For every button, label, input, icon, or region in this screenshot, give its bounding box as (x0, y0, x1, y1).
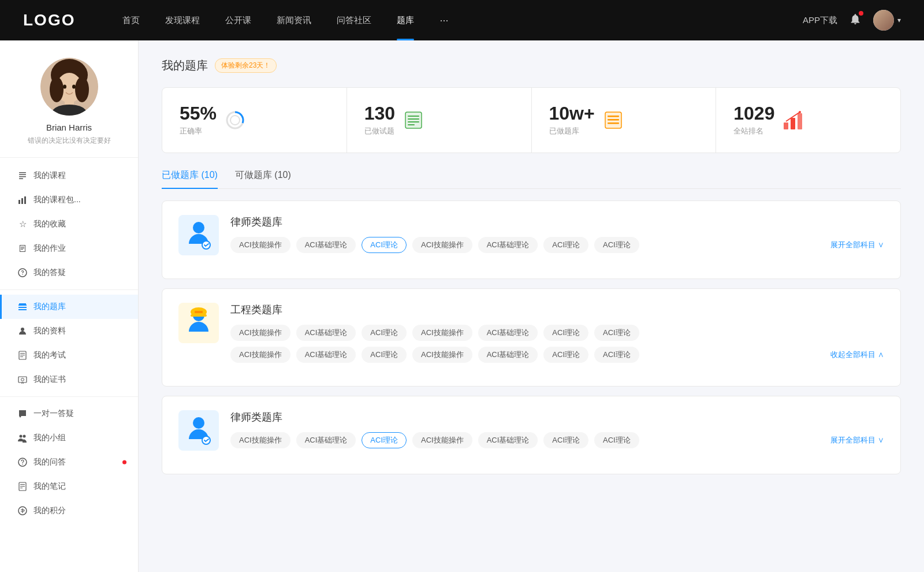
tag-active[interactable]: ACI理论 (362, 432, 407, 448)
tag[interactable]: ACI理论 (543, 432, 588, 448)
tag[interactable]: ACI技能操作 (230, 325, 290, 341)
tag[interactable]: ACI基础理论 (296, 325, 356, 341)
sidebar-item-label: 我的问答 (33, 457, 66, 467)
tag[interactable]: ACI理论 (543, 325, 588, 341)
tag[interactable]: ACI基础理论 (296, 432, 356, 448)
expand-link-3[interactable]: 展开全部科目 ∨ (830, 435, 884, 445)
svg-point-22 (21, 328, 24, 331)
main-content: 我的题库 体验剩余23天！ 55% 正确率 (139, 40, 924, 572)
sidebar-item-label: 我的积分 (33, 506, 66, 516)
user-avatar-menu[interactable]: ▾ (873, 10, 901, 31)
avatar (873, 10, 894, 31)
sidebar-item-certificate[interactable]: 我的证书 (0, 367, 138, 392)
nav-question-bank[interactable]: 题库 (384, 0, 427, 40)
collapse-link[interactable]: 收起全部科目 ∧ (830, 350, 884, 360)
sidebar-item-exam[interactable]: 我的考试 (0, 343, 138, 367)
nav-qa[interactable]: 问答社区 (324, 0, 384, 40)
sidebar-item-my-course[interactable]: 我的课程 (0, 164, 138, 188)
svg-point-62 (193, 417, 204, 429)
svg-rect-25 (20, 355, 25, 355)
notes-icon (17, 481, 28, 492)
main-nav: 首页 发现课程 公开课 新闻资讯 问答社区 题库 ··· (110, 0, 803, 40)
tag[interactable]: ACI技能操作 (412, 432, 472, 448)
sidebar-item-question-bank[interactable]: 我的题库 (0, 295, 138, 319)
svg-rect-12 (19, 179, 23, 180)
svg-rect-54 (798, 113, 802, 129)
tag[interactable]: ACI基础理论 (296, 237, 356, 253)
tag[interactable]: ACI理论 (594, 347, 639, 363)
svg-rect-19 (18, 307, 27, 308)
stat-accuracy: 55% 正确率 (162, 88, 347, 153)
sidebar-item-points[interactable]: 我的积分 (0, 499, 138, 523)
nav-news[interactable]: 新闻资讯 (264, 0, 324, 40)
tag[interactable]: ACI基础理论 (478, 432, 538, 448)
done-banks-icon (603, 110, 624, 131)
svg-rect-35 (20, 486, 25, 486)
sidebar-item-group[interactable]: 我的小组 (0, 426, 138, 450)
svg-point-40 (230, 116, 240, 125)
tag[interactable]: ACI技能操作 (230, 347, 290, 363)
tag[interactable]: ACI理论 (594, 237, 639, 253)
tag[interactable]: ACI基础理论 (478, 237, 538, 253)
tab-done-banks[interactable]: 已做题库 (10) (162, 169, 218, 188)
sidebar-item-my-data[interactable]: 我的资料 (0, 319, 138, 343)
notification-bell[interactable] (849, 13, 862, 28)
qbank-info-3: 律师类题库 ACI技能操作 ACI基础理论 ACI理论 ACI技能操作 ACI基… (230, 410, 884, 448)
profile-avatar (40, 58, 98, 116)
svg-point-3 (50, 77, 64, 102)
sidebar-item-favorites[interactable]: ☆ 我的收藏 (0, 212, 138, 236)
svg-rect-24 (20, 353, 25, 354)
tag[interactable]: ACI基础理论 (478, 347, 538, 363)
tag[interactable]: ACI技能操作 (412, 347, 472, 363)
tag[interactable]: ACI理论 (594, 432, 639, 448)
stat-accuracy-label: 正确率 (180, 126, 217, 136)
sidebar: Brian Harris 错误的决定比没有决定要好 我的课程 我的课程包... … (0, 40, 139, 572)
tag[interactable]: ACI技能操作 (412, 325, 472, 341)
tag[interactable]: ACI技能操作 (230, 432, 290, 448)
tag[interactable]: ACI理论 (543, 237, 588, 253)
tag[interactable]: ACI理论 (543, 347, 588, 363)
tab-available-banks[interactable]: 可做题库 (10) (235, 169, 291, 188)
header-right: APP下载 ▾ (803, 10, 901, 31)
logo[interactable]: LOGO (23, 11, 75, 29)
tag-active[interactable]: ACI理论 (362, 237, 407, 253)
svg-rect-53 (791, 118, 795, 129)
sidebar-item-course-package[interactable]: 我的课程包... (0, 188, 138, 212)
tag[interactable]: ACI基础理论 (296, 347, 356, 363)
nav-open-course[interactable]: 公开课 (213, 0, 264, 40)
profile-section: Brian Harris 错误的决定比没有决定要好 (0, 58, 138, 158)
sidebar-item-label: 一对一答疑 (33, 408, 74, 419)
qbank-icon-lawyer-2 (178, 410, 219, 451)
qbank-title-2: 工程类题库 (230, 303, 884, 317)
sidebar-item-my-qa[interactable]: 我的问答 (0, 450, 138, 474)
svg-rect-60 (191, 314, 207, 317)
tag[interactable]: ACI技能操作 (230, 237, 290, 253)
homework-icon (17, 243, 28, 254)
sidebar-item-qa-answer[interactable]: 我的答疑 (0, 261, 138, 285)
sidebar-item-notes[interactable]: 我的笔记 (0, 474, 138, 499)
tag[interactable]: ACI理论 (594, 325, 639, 341)
bar-chart-icon (17, 195, 28, 205)
sidebar-item-tutoring[interactable]: 一对一答疑 (0, 402, 138, 426)
tabs-row: 已做题库 (10) 可做题库 (10) (162, 169, 901, 189)
tag[interactable]: ACI理论 (362, 325, 407, 341)
svg-rect-34 (20, 484, 25, 485)
stat-site-rank-text: 1029 全站排名 (733, 104, 774, 136)
tag[interactable]: ACI技能操作 (412, 237, 472, 253)
svg-rect-36 (20, 488, 23, 488)
app-download-button[interactable]: APP下载 (803, 15, 837, 26)
tag[interactable]: ACI理论 (362, 347, 407, 363)
stat-rank-value: 1029 (733, 104, 774, 122)
stats-row: 55% 正确率 130 已做试题 (162, 87, 901, 153)
stat-rank-label: 全站排名 (733, 126, 774, 136)
sidebar-menu: 我的课程 我的课程包... ☆ 我的收藏 我的作业 (0, 158, 138, 529)
nav-more[interactable]: ··· (427, 14, 461, 27)
tag[interactable]: ACI基础理论 (478, 325, 538, 341)
nav-discover[interactable]: 发现课程 (152, 0, 213, 40)
svg-rect-45 (408, 121, 419, 122)
expand-link[interactable]: 展开全部科目 ∨ (830, 240, 884, 250)
nav-home[interactable]: 首页 (110, 0, 152, 40)
svg-point-8 (72, 85, 76, 89)
sidebar-item-homework[interactable]: 我的作业 (0, 236, 138, 261)
qa-badge (122, 460, 126, 465)
